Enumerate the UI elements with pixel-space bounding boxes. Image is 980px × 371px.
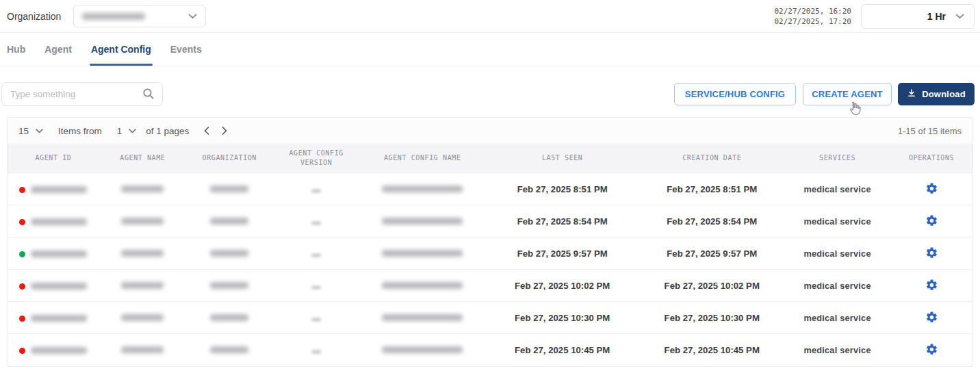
redacted-organization (210, 250, 248, 257)
col-agent-config-version: AGENT CONFIG VERSION (273, 144, 360, 173)
search-icon[interactable] (142, 88, 155, 103)
redacted-config-version (311, 286, 321, 289)
organization-select[interactable] (73, 5, 206, 27)
tab-hub[interactable]: Hub (7, 33, 25, 66)
organization-label: Organization (7, 11, 61, 22)
search-input[interactable] (1, 82, 163, 106)
search-field (1, 82, 163, 106)
tab-agent-config[interactable]: Agent Config (91, 33, 151, 66)
status-dot (19, 219, 25, 225)
creation-date-cell: Feb 27, 2025 8:51 PM (640, 173, 785, 205)
tab-bar: Hub Agent Agent Config Events (0, 33, 980, 66)
redacted-agent-id (31, 186, 87, 193)
agents-table: AGENT ID AGENT NAME ORGANIZATION AGENT C… (8, 144, 972, 366)
col-organization: ORGANIZATION (186, 144, 273, 173)
table-row: Feb 27, 2025 10:45 PM Feb 27, 2025 10:45… (8, 334, 972, 366)
time-range-start: 02/27/2025, 16:20 (774, 6, 851, 16)
table-body: Feb 27, 2025 8:51 PM Feb 27, 2025 8:51 P… (8, 173, 972, 366)
tab-agent[interactable]: Agent (44, 33, 72, 66)
last-seen-cell: Feb 27, 2025 10:30 PM (485, 302, 640, 334)
col-creation-date: CREATION DATE (640, 144, 785, 173)
redacted-agent-name (121, 250, 164, 257)
services-cell: medical service (784, 334, 890, 366)
status-dot (19, 283, 25, 290)
redacted-agent-name (121, 346, 164, 353)
redacted-agent-id (31, 251, 87, 257)
col-last-seen: LAST SEEN (485, 144, 640, 173)
col-services: SERVICES (784, 144, 890, 173)
creation-date-cell: Feb 27, 2025 8:54 PM (640, 205, 785, 238)
redacted-agent-id (31, 315, 87, 322)
redacted-agent-name (121, 282, 164, 289)
redacted-config-version (311, 254, 321, 257)
page-number-select[interactable]: 1 (117, 126, 137, 136)
service-hub-config-button[interactable]: SERVICE/HUB CONFIG (674, 83, 796, 105)
page-size-select[interactable]: 15 (18, 126, 43, 136)
col-agent-config-name: AGENT CONFIG NAME (360, 144, 485, 173)
redacted-organization (210, 346, 248, 353)
redacted-config-version (311, 190, 321, 192)
services-cell: medical service (784, 173, 890, 205)
previous-page-icon[interactable] (204, 127, 209, 135)
agent-config-table-card: 15 Items from 1 of 1 pages 1-15 of 15 it… (7, 117, 973, 367)
gear-icon[interactable] (924, 245, 940, 261)
redacted-agent-id (31, 218, 87, 225)
table-row: Feb 27, 2025 10:02 PM Feb 27, 2025 10:02… (8, 270, 972, 302)
page-size-value: 15 (18, 126, 29, 136)
download-icon (907, 88, 916, 100)
create-agent-button[interactable]: CREATE AGENT (803, 83, 892, 105)
toolbar: SERVICE/HUB CONFIG CREATE AGENT Download (0, 81, 980, 106)
services-cell: medical service (784, 270, 890, 302)
gear-icon[interactable] (924, 342, 940, 357)
tab-events[interactable]: Events (170, 33, 202, 66)
chevron-down-icon (955, 14, 964, 19)
redacted-organization-value (82, 13, 145, 20)
time-range-select[interactable]: 1 Hr (861, 4, 975, 29)
redacted-config-name (382, 282, 463, 289)
creation-date-cell: Feb 27, 2025 10:45 PM (640, 334, 785, 366)
table-header-row: AGENT ID AGENT NAME ORGANIZATION AGENT C… (8, 144, 972, 173)
gear-icon[interactable] (924, 309, 940, 325)
download-label: Download (922, 89, 966, 99)
redacted-organization (210, 186, 248, 192)
last-seen-cell: Feb 27, 2025 10:45 PM (485, 334, 640, 366)
chevron-down-icon (129, 129, 136, 133)
time-range-display: 02/27/2025, 16:20 02/27/2025, 17:20 (774, 6, 851, 27)
table-row: Feb 27, 2025 10:30 PM Feb 27, 2025 10:30… (8, 302, 972, 334)
gear-icon[interactable] (924, 181, 940, 196)
redacted-config-name (382, 250, 463, 257)
redacted-agent-name (121, 186, 164, 192)
redacted-agent-name (121, 218, 164, 225)
redacted-config-name (382, 218, 463, 225)
redacted-config-version (311, 318, 321, 321)
redacted-agent-name (121, 314, 164, 321)
last-seen-cell: Feb 27, 2025 9:57 PM (485, 238, 640, 270)
redacted-agent-id (31, 347, 87, 354)
top-bar: Organization 02/27/2025, 16:20 02/27/202… (0, 0, 980, 33)
services-cell: medical service (784, 205, 890, 238)
page-number-value: 1 (117, 126, 122, 136)
items-from-label: Items from (58, 126, 102, 136)
gear-icon[interactable] (924, 213, 940, 229)
redacted-agent-id (31, 283, 87, 290)
download-button[interactable]: Download (898, 83, 975, 105)
redacted-organization (210, 314, 248, 321)
redacted-config-version (311, 350, 321, 353)
creation-date-cell: Feb 27, 2025 9:57 PM (640, 238, 785, 270)
redacted-organization (210, 282, 248, 289)
redacted-config-version (311, 222, 321, 225)
status-dot (19, 187, 25, 193)
next-page-icon[interactable] (222, 127, 227, 135)
status-dot (19, 251, 25, 257)
redacted-organization (210, 218, 248, 225)
time-range-value: 1 Hr (927, 11, 946, 22)
services-cell: medical service (784, 238, 890, 270)
status-dot (19, 316, 25, 322)
last-seen-cell: Feb 27, 2025 10:02 PM (485, 270, 640, 302)
time-range-end: 02/27/2025, 17:20 (774, 16, 851, 27)
chevron-down-icon (36, 129, 43, 133)
redacted-config-name (382, 186, 463, 192)
col-agent-name: AGENT NAME (99, 144, 186, 173)
redacted-config-name (382, 314, 463, 321)
gear-icon[interactable] (924, 277, 940, 293)
